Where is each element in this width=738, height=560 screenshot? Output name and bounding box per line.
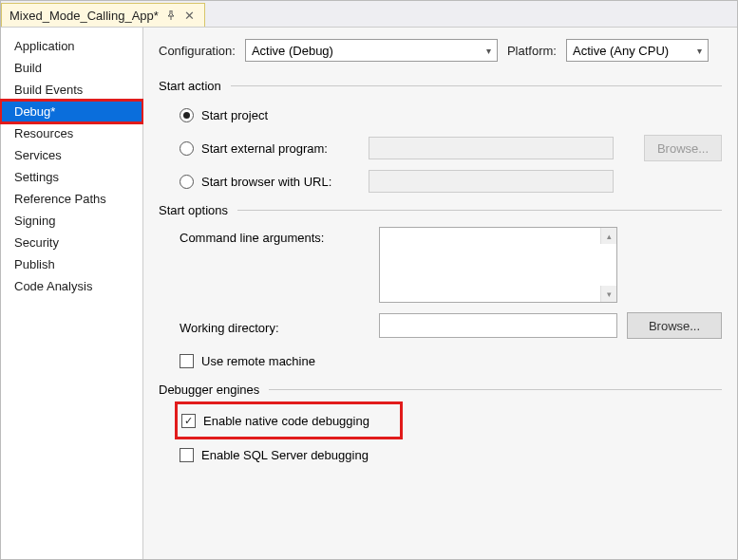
chevron-down-icon: ▾ [486,46,491,56]
section-title: Debugger engines [159,383,259,397]
start-external-label: Start external program: [201,141,361,156]
divider [237,210,722,211]
platform-value: Active (Any CPU) [573,44,669,58]
tab-title: Mixed_Mode_Calling_App* [9,9,159,23]
enable-sql-checkbox[interactable] [180,448,194,462]
debugger-engines-heading: Debugger engines [159,383,722,397]
document-tab[interactable]: Mixed_Mode_Calling_App* ✕ [1,3,205,27]
start-action-heading: Start action [159,79,722,93]
browse-external-button[interactable]: Browse... [644,135,722,161]
tab-bar: Mixed_Mode_Calling_App* ✕ [1,1,737,28]
sidebar-item-application[interactable]: Application [1,35,142,57]
sidebar-item-code-analysis[interactable]: Code Analysis [1,275,142,297]
use-remote-checkbox[interactable] [180,354,194,368]
sidebar-item-signing[interactable]: Signing [1,210,142,232]
divider [231,85,722,86]
sidebar-item-services[interactable]: Services [1,144,142,166]
start-external-radio[interactable] [180,141,194,156]
body: Application Build Build Events Debug* Re… [1,28,737,559]
platform-label: Platform: [507,44,557,58]
start-project-radio[interactable] [180,108,194,122]
enable-native-checkbox[interactable] [181,414,196,428]
start-project-label: Start project [201,108,268,122]
content-panel: Configuration: Active (Debug) ▾ Platform… [143,28,737,559]
sidebar-item-security[interactable]: Security [1,232,142,253]
configuration-combo[interactable]: Active (Debug) ▾ [245,39,498,62]
sidebar-item-build[interactable]: Build [1,57,142,79]
section-title: Start action [159,79,221,93]
start-browser-radio[interactable] [180,175,194,189]
sidebar-item-publish[interactable]: Publish [1,253,142,275]
use-remote-label: Use remote machine [201,354,315,368]
scroll-down-icon[interactable]: ▾ [600,286,616,302]
chevron-down-icon: ▾ [697,46,702,56]
sidebar-item-resources[interactable]: Resources [1,122,142,144]
sidebar: Application Build Build Events Debug* Re… [1,28,143,559]
sidebar-item-debug[interactable]: Debug* [1,101,142,122]
start-browser-label: Start browser with URL: [201,175,361,189]
highlight-native-debugging: Enable native code debugging [180,406,398,435]
scroll-up-icon[interactable]: ▴ [600,228,616,244]
configuration-label: Configuration: [159,44,236,58]
sidebar-item-build-events[interactable]: Build Events [1,79,142,101]
config-platform-row: Configuration: Active (Debug) ▾ Platform… [159,39,722,62]
sidebar-item-reference-paths[interactable]: Reference Paths [1,188,142,210]
project-properties-window: Mixed_Mode_Calling_App* ✕ Application Bu… [0,0,738,560]
sidebar-item-settings[interactable]: Settings [1,166,142,188]
start-options-heading: Start options [159,203,722,217]
close-icon[interactable]: ✕ [183,9,197,23]
external-program-input[interactable] [369,137,614,159]
enable-native-label: Enable native code debugging [203,414,369,428]
cli-args-label: Command line arguments: [180,227,369,245]
working-dir-label: Working directory: [180,317,369,335]
browse-working-dir-button[interactable]: Browse... [627,312,722,339]
divider [269,389,722,390]
configuration-value: Active (Debug) [252,44,333,58]
platform-combo[interactable]: Active (Any CPU) ▾ [566,39,709,62]
enable-sql-label: Enable SQL Server debugging [201,448,369,462]
section-title: Start options [159,203,228,217]
pin-icon[interactable] [164,10,178,20]
working-dir-input[interactable] [379,313,617,338]
cli-args-textarea[interactable]: ▴ ▾ [379,227,617,303]
browser-url-input[interactable] [369,170,614,193]
